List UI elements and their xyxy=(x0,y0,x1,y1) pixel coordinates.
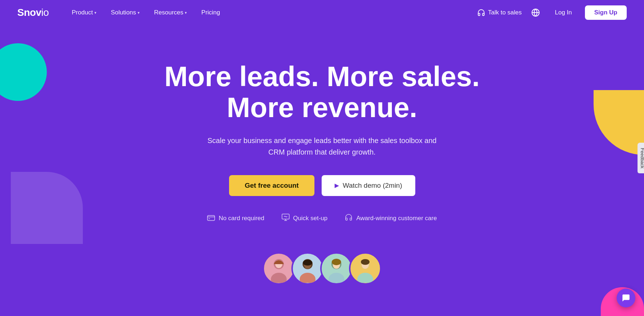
trust-row: No card required Quick set-up xyxy=(207,213,437,223)
hero-subtitle: Scale your business and engage leads bet… xyxy=(200,135,444,158)
monitor-icon xyxy=(282,214,290,223)
svg-point-16 xyxy=(328,273,344,283)
feedback-tab[interactable]: Feedback xyxy=(638,143,644,173)
globe-icon xyxy=(531,8,540,17)
trust-no-card: No card required xyxy=(207,214,264,223)
svg-point-14 xyxy=(303,260,312,266)
signup-button[interactable]: Sign Up xyxy=(585,5,627,20)
nav-item-product[interactable]: Product ▾ xyxy=(66,6,102,19)
trust-customer-care: Award-winning customer care xyxy=(345,213,437,223)
yellow-shape xyxy=(594,90,644,155)
headset-trust-icon xyxy=(345,213,353,223)
svg-point-20 xyxy=(357,273,373,283)
chat-icon xyxy=(621,293,631,303)
chevron-down-icon: ▾ xyxy=(138,10,140,15)
cyan-shape xyxy=(0,43,47,101)
headset-icon xyxy=(477,9,485,17)
language-selector[interactable] xyxy=(529,6,542,19)
svg-point-9 xyxy=(271,273,287,283)
watch-demo-button[interactable]: ▶ Watch demo (2min) xyxy=(322,175,415,196)
hero-section: More leads. More sales. More revenue. Sc… xyxy=(0,25,644,316)
avatar-1 xyxy=(263,252,295,285)
logo[interactable]: Snovio xyxy=(17,7,49,18)
svg-point-18 xyxy=(332,259,341,265)
nav-item-solutions[interactable]: Solutions ▾ xyxy=(105,6,146,19)
nav-right: Talk to sales Log In Sign Up xyxy=(477,5,627,20)
nav-item-resources[interactable]: Resources ▾ xyxy=(148,6,193,19)
talk-to-sales-button[interactable]: Talk to sales xyxy=(477,9,522,17)
nav-item-pricing[interactable]: Pricing xyxy=(196,6,226,19)
navbar: Snovio Product ▾ Solutions ▾ Resources ▾… xyxy=(0,0,644,25)
cta-row: Get free account ▶ Watch demo (2min) xyxy=(229,175,415,196)
login-button[interactable]: Log In xyxy=(549,6,578,19)
white-quarter-shape xyxy=(11,172,83,244)
nav-links: Product ▾ Solutions ▾ Resources ▾ Pricin… xyxy=(66,6,477,19)
avatar-4 xyxy=(349,252,381,285)
avatar-2 xyxy=(291,252,324,285)
chat-bubble-button[interactable] xyxy=(617,289,635,307)
svg-point-12 xyxy=(300,273,316,283)
avatars-row xyxy=(263,252,381,285)
svg-point-22 xyxy=(361,259,370,265)
hero-title: More leads. More sales. More revenue. xyxy=(164,61,480,123)
play-icon: ▶ xyxy=(335,182,339,189)
svg-rect-2 xyxy=(207,215,215,221)
avatar-3 xyxy=(320,252,353,285)
card-icon xyxy=(207,214,215,223)
trust-quick-setup: Quick set-up xyxy=(282,214,327,223)
chevron-down-icon: ▾ xyxy=(94,10,97,15)
get-free-account-button[interactable]: Get free account xyxy=(229,175,315,196)
chevron-down-icon: ▾ xyxy=(185,10,187,15)
